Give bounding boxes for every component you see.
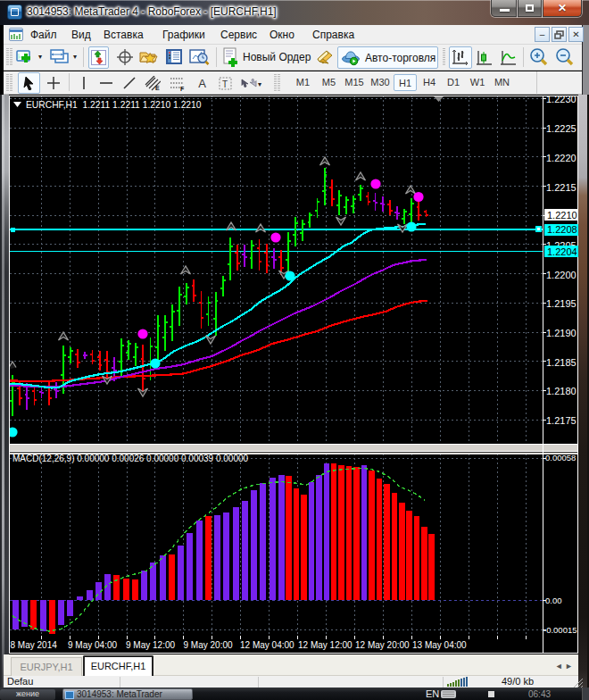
svg-text:MACD(12,26,9) 0.00000 0.00026: MACD(12,26,9) 0.00000 0.00026 0.00000 0.… (12, 454, 249, 463)
svg-text:1.2210: 1.2210 (547, 210, 577, 221)
svg-text:1.2175: 1.2175 (546, 415, 577, 426)
svg-text:9 May 12:00: 9 May 12:00 (126, 640, 175, 650)
svg-text:▾: ▾ (258, 80, 261, 88)
svg-text:0.00058: 0.00058 (545, 453, 576, 462)
svg-text:T: T (222, 79, 228, 89)
svg-text:1.2180: 1.2180 (546, 386, 577, 396)
svg-text:E: E (155, 85, 160, 91)
svg-text:1.2215: 1.2215 (546, 182, 577, 193)
svg-text:9 May 20:00: 9 May 20:00 (184, 640, 233, 650)
svg-text:1.2225: 1.2225 (546, 123, 577, 134)
svg-text:0.00: 0.00 (545, 596, 562, 605)
svg-text:13 May 04:00: 13 May 04:00 (412, 640, 467, 650)
svg-text:EURCHF,H1 1.2211 1.2211 1.221: EURCHF,H1 1.2211 1.2211 1.2210 1.2210 (26, 100, 202, 110)
svg-text:12 May 20:00: 12 May 20:00 (355, 640, 410, 650)
svg-text:1.2220: 1.2220 (546, 153, 577, 163)
svg-text:1.2190: 1.2190 (546, 328, 577, 338)
svg-text:1.2195: 1.2195 (546, 298, 577, 309)
svg-text:9 May 04:00: 9 May 04:00 (68, 640, 117, 650)
svg-text:1.2208: 1.2208 (547, 224, 577, 235)
svg-text:8 May 2014: 8 May 2014 (11, 640, 58, 650)
svg-text:1.2185: 1.2185 (546, 357, 577, 368)
svg-text:12 May 04:00: 12 May 04:00 (240, 640, 294, 650)
svg-text:12 May 12:00: 12 May 12:00 (298, 640, 353, 650)
svg-text:F: F (180, 86, 185, 91)
svg-text:1.2230: 1.2230 (546, 95, 577, 104)
svg-text:-0.00015: -0.00015 (543, 625, 577, 635)
svg-text:1.2200: 1.2200 (546, 270, 577, 280)
svg-text:1.2204: 1.2204 (547, 246, 577, 257)
